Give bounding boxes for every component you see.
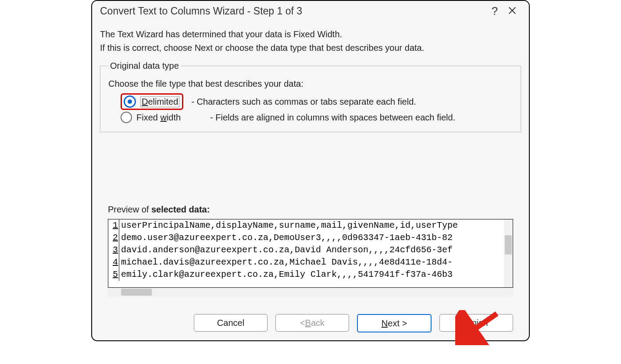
radio-delimited-label: Delimited	[140, 96, 179, 107]
radio-fixed-row[interactable]: Fixed width - Fields are aligned in colu…	[121, 112, 513, 123]
close-icon[interactable]	[503, 6, 521, 17]
preview-row: 5 emily.clark@azureexpert.co.za,Emily Cl…	[108, 269, 513, 281]
radio-delimited-row[interactable]: Delimited - Characters such as commas or…	[121, 93, 513, 110]
preview-row: 3 david.anderson@azureexpert.co.za,David…	[108, 244, 513, 256]
annotation-highlight: Delimited	[121, 93, 183, 110]
next-button[interactable]: Next >	[357, 314, 432, 332]
wizard-dialog: Convert Text to Columns Wizard - Step 1 …	[91, 0, 530, 341]
radio-fixed-desc: - Fields are aligned in columns with spa…	[210, 113, 455, 123]
horizontal-scrollbar-thumb[interactable]	[121, 289, 152, 296]
preview-row: 4 michael.davis@azureexpert.co.za,Michae…	[108, 256, 513, 269]
preview-table: 1 userPrincipalName,displayName,surname,…	[108, 219, 513, 281]
horizontal-scrollbar[interactable]	[108, 288, 513, 297]
intro-line-1: The Text Wizard has determined that your…	[100, 29, 521, 39]
back-button: < Back	[275, 314, 349, 332]
finish-button[interactable]: Finish	[439, 314, 513, 332]
radio-delimited-desc: - Characters such as commas or tabs sepa…	[191, 97, 416, 107]
cancel-button[interactable]: Cancel	[194, 314, 268, 332]
help-icon[interactable]: ?	[486, 4, 503, 18]
choose-text: Choose the file type that best describes…	[108, 79, 513, 89]
dialog-title: Convert Text to Columns Wizard - Step 1 …	[100, 5, 486, 17]
original-data-type-group: Original data type Choose the file type …	[100, 61, 521, 132]
preview-box: 1 userPrincipalName,displayName,surname,…	[108, 219, 513, 288]
titlebar: Convert Text to Columns Wizard - Step 1 …	[92, 1, 529, 21]
radio-fixed-label: Fixed width	[136, 113, 202, 123]
preview-row: 1 userPrincipalName,displayName,surname,…	[108, 219, 513, 232]
radio-fixed[interactable]	[121, 112, 132, 123]
vertical-scrollbar[interactable]	[504, 219, 513, 287]
preview-label: Preview of selected data:	[108, 205, 521, 215]
group-legend: Original data type	[108, 61, 181, 71]
preview-row: 2 demo.user3@azureexpert.co.za,DemoUser3…	[108, 232, 513, 244]
vertical-scrollbar-thumb[interactable]	[505, 235, 512, 254]
radio-delimited[interactable]	[124, 95, 136, 108]
intro-line-2: If this is correct, choose Next or choos…	[100, 43, 521, 53]
button-row: Cancel < Back Next > Finish	[100, 297, 521, 340]
